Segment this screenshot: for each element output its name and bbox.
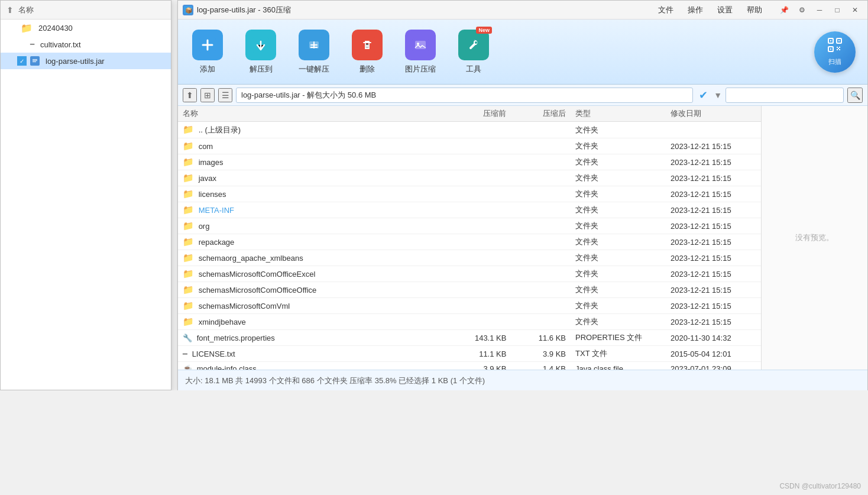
row-before-15: 3.9 KB [452, 362, 511, 370]
scan-icon [827, 37, 843, 56]
sidebar-item-jar[interactable]: ✓ log-parse-utils.jar [1, 53, 171, 69]
pin-button[interactable]: 📌 [776, 4, 792, 17]
row-date-2: 2023-12-21 15:15 [666, 154, 761, 170]
scan-button[interactable]: 扫描 [814, 31, 856, 73]
row-before-13: 143.1 KB [452, 330, 511, 346]
sort-icon[interactable]: ⬆ [7, 5, 14, 15]
row-after-2 [511, 154, 571, 170]
row-name-14: ━ LICENSE.txt [178, 346, 452, 362]
nav-grid-button[interactable]: ⊞ [200, 88, 215, 102]
title-menu: 文件 操作 设置 帮助 [656, 4, 765, 17]
nav-list-button[interactable]: ☰ [218, 88, 232, 102]
svg-text:📦: 📦 [185, 7, 192, 14]
row-before-11 [452, 298, 511, 314]
main-window: 📦 log-parse-utils.jar - 360压缩 文件 操作 设置 帮… [177, 0, 868, 390]
preview-panel: 没有预览。 [761, 106, 867, 370]
row-name-12: 📁 xmindjbehave [178, 314, 452, 330]
address-bar: ⬆ ⊞ ☰ ✔ ▼ 🔍 [178, 85, 867, 106]
row-after-0 [511, 122, 571, 138]
row-before-3 [452, 170, 511, 186]
row-name-3: 📁 javax [178, 170, 452, 186]
extract-one-button[interactable]: 一键解压 [296, 30, 332, 75]
img-compress-button[interactable]: 图片压缩 [403, 30, 438, 75]
col-header-name[interactable]: 名称 [178, 106, 452, 122]
menu-operate[interactable]: 操作 [685, 4, 705, 17]
menu-settings[interactable]: 设置 [715, 4, 735, 17]
extract-to-icon [245, 30, 276, 60]
status-text: 大小: 18.1 MB 共 14993 个文件和 686 个文件夹 压缩率 35… [185, 376, 485, 386]
table-row[interactable]: 📁 com 文件夹 2023-12-21 15:15 [178, 138, 761, 154]
img-compress-label: 图片压缩 [405, 64, 436, 75]
settings-button[interactable]: ⚙ [794, 4, 809, 17]
delete-button[interactable]: 删除 [349, 30, 385, 75]
table-row[interactable]: ☕ module-info.class 3.9 KB 1.4 KB Java c… [178, 362, 761, 370]
col-header-before[interactable]: 压缩前 [452, 106, 511, 122]
menu-help[interactable]: 帮助 [744, 4, 765, 17]
row-type-7: 文件夹 [571, 234, 666, 250]
table-row[interactable]: 📁 javax 文件夹 2023-12-21 15:15 [178, 170, 761, 186]
row-date-5: 2023-12-21 15:15 [666, 202, 761, 218]
table-row[interactable]: 📁 .. (上级目录) 文件夹 [178, 122, 761, 138]
row-type-3: 文件夹 [571, 170, 666, 186]
app-icon: 📦 [183, 5, 193, 15]
extract-to-label: 解压到 [250, 64, 273, 75]
tools-button[interactable]: New 工具 [456, 30, 491, 75]
row-type-1: 文件夹 [571, 138, 666, 154]
txt-icon: ━ [30, 40, 34, 48]
checkbox-empty [8, 23, 17, 33]
row-after-11 [511, 298, 571, 314]
sidebar-header: ⬆ 名称 [1, 1, 171, 20]
extract-to-button[interactable]: 解压到 [243, 30, 278, 75]
row-date-14: 2015-05-04 12:01 [666, 346, 761, 362]
extract-one-icon [299, 30, 329, 60]
row-date-8: 2023-12-21 15:15 [666, 250, 761, 266]
search-button[interactable]: 🔍 [847, 88, 863, 103]
menu-file[interactable]: 文件 [656, 4, 676, 17]
row-before-12 [452, 314, 511, 330]
minimize-button[interactable]: ─ [812, 4, 827, 17]
table-row[interactable]: 📁 repackage 文件夹 2023-12-21 15:15 [178, 234, 761, 250]
scan-label: 扫描 [828, 57, 841, 66]
table-row[interactable]: 📁 images 文件夹 2023-12-21 15:15 [178, 154, 761, 170]
row-after-6 [511, 218, 571, 234]
table-row[interactable]: 🔧 font_metrics.properties 143.1 KB 11.6 … [178, 330, 761, 346]
row-name-4: 📁 licenses [178, 186, 452, 202]
sidebar-item-20240430[interactable]: 📁 20240430 [1, 20, 171, 36]
row-type-15: Java class file [571, 362, 666, 370]
svg-rect-15 [830, 40, 831, 41]
sidebar-item-cultivator[interactable]: ━ cultivator.txt [1, 36, 171, 53]
close-button[interactable]: ✕ [847, 4, 863, 17]
search-input[interactable] [726, 88, 844, 103]
col-header-date[interactable]: 修改日期 [666, 106, 761, 122]
toolbar: 添加 解压到 一键解压 删除 图片压缩 [178, 20, 867, 85]
table-row[interactable]: 📁 xmindjbehave 文件夹 2023-12-21 15:15 [178, 314, 761, 330]
nav-up-button[interactable]: ⬆ [183, 88, 197, 102]
extract-one-label: 一键解压 [299, 64, 329, 75]
table-row[interactable]: ━ LICENSE.txt 11.1 KB 3.9 KB TXT 文件 2015… [178, 346, 761, 362]
row-before-6 [452, 218, 511, 234]
row-type-4: 文件夹 [571, 186, 666, 202]
table-row[interactable]: 📁 org 文件夹 2023-12-21 15:15 [178, 218, 761, 234]
row-date-12: 2023-12-21 15:15 [666, 314, 761, 330]
dropdown-icon[interactable]: ▼ [714, 90, 722, 100]
maximize-button[interactable]: □ [830, 4, 845, 17]
watermark: CSDN @cultivator129480 [779, 482, 861, 490]
row-after-3 [511, 170, 571, 186]
add-button[interactable]: 添加 [190, 30, 225, 75]
row-name-13: 🔧 font_metrics.properties [178, 330, 452, 346]
row-date-0 [666, 122, 761, 138]
table-row[interactable]: 📁 schemasMicrosoftComOfficeExcel 文件夹 202… [178, 266, 761, 282]
col-header-type[interactable]: 类型 [571, 106, 666, 122]
col-header-after[interactable]: 压缩后 [511, 106, 571, 122]
table-row[interactable]: 📁 schemaorg_apache_xmlbeans 文件夹 2023-12-… [178, 250, 761, 266]
table-row[interactable]: 📁 schemasMicrosoftComOfficeOffice 文件夹 20… [178, 282, 761, 298]
delete-icon [352, 30, 383, 60]
checkbox-jar[interactable]: ✓ [17, 56, 27, 66]
row-after-10 [511, 282, 571, 298]
table-row[interactable]: 📁 schemasMicrosoftComVml 文件夹 2023-12-21 … [178, 298, 761, 314]
table-row[interactable]: 📁 licenses 文件夹 2023-12-21 15:15 [178, 186, 761, 202]
sidebar: ⬆ 名称 📁 20240430 ━ cultivator.txt ✓ log-p… [0, 0, 171, 390]
address-input[interactable] [236, 88, 693, 103]
row-date-7: 2023-12-21 15:15 [666, 234, 761, 250]
table-row[interactable]: 📁 META-INF 文件夹 2023-12-21 15:15 [178, 202, 761, 218]
